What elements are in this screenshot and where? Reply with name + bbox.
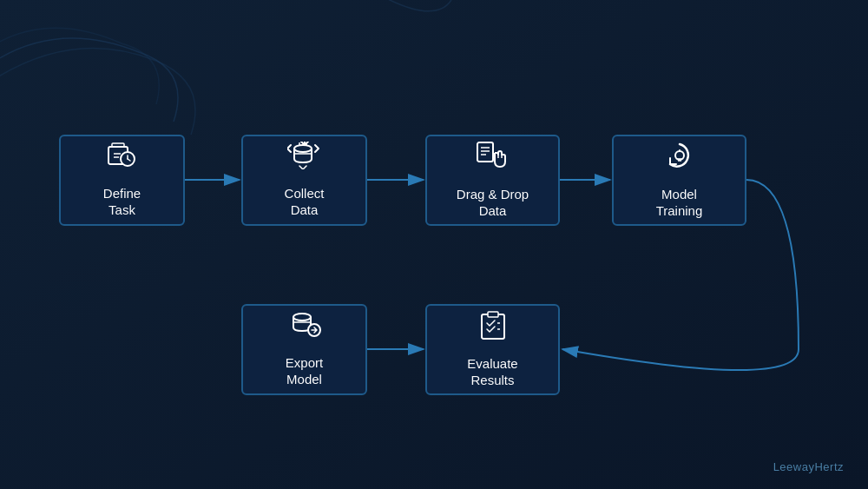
model-training-icon [665, 141, 694, 178]
drag-drop-node[interactable]: Drag & DropData [425, 135, 560, 226]
export-model-icon [288, 311, 321, 347]
svg-rect-30 [488, 312, 498, 317]
evaluate-results-node[interactable]: EvaluateResults [425, 304, 560, 395]
svg-rect-0 [0, 0, 868, 489]
model-training-node[interactable]: ModelTraining [612, 135, 746, 226]
background-decoration [0, 0, 868, 489]
model-training-label: ModelTraining [656, 186, 703, 220]
svg-rect-29 [482, 314, 504, 339]
diagram-container: DefineTask CollectData [0, 0, 868, 489]
svg-point-26 [293, 314, 311, 320]
define-task-label: DefineTask [103, 185, 141, 219]
define-task-node[interactable]: DefineTask [59, 135, 185, 226]
evaluate-results-label: EvaluateResults [467, 355, 517, 389]
collect-data-node[interactable]: CollectData [241, 135, 367, 226]
export-model-label: ExportModel [286, 354, 323, 388]
export-model-node[interactable]: ExportModel [241, 304, 367, 395]
drag-drop-label: Drag & DropData [457, 186, 529, 220]
drag-drop-icon [476, 141, 510, 178]
evaluate-results-icon [480, 310, 506, 347]
svg-point-14 [294, 145, 312, 152]
branding-label: LeewayHertz [773, 460, 844, 473]
svg-rect-8 [112, 143, 124, 147]
collect-data-icon [287, 142, 322, 177]
define-task-icon [107, 142, 138, 177]
flow-arrows [0, 0, 868, 489]
svg-rect-18 [477, 142, 493, 162]
collect-data-label: CollectData [285, 185, 325, 219]
